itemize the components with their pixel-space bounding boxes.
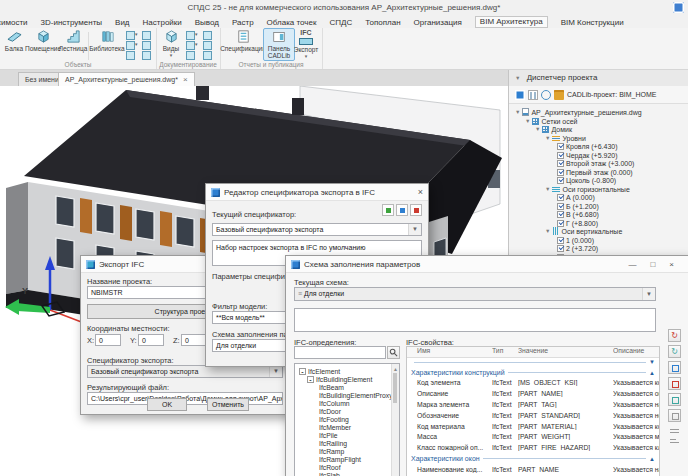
room-button[interactable]: Помещение (27, 29, 59, 52)
z-input[interactable]: 0 (181, 334, 207, 346)
clear-property-button[interactable] (668, 409, 681, 422)
menu-item-vyvod[interactable]: Вывод (195, 18, 219, 27)
mini-tool-button[interactable] (203, 51, 212, 60)
menu-item-organizaciya[interactable]: Организация (414, 18, 462, 27)
editor-dialog-titlebar[interactable]: Редактор спецификатора экспорта в IFC × (206, 184, 428, 201)
tree-node-axis[interactable]: Г (+8.800) (557, 219, 598, 227)
tree-node-level[interactable]: Цоколь (-0.800) (557, 176, 616, 184)
menu-item-point-clouds[interactable]: Облака точек (267, 18, 317, 27)
tree-node-level[interactable]: Первый этаж (0.000) (557, 168, 633, 176)
beam-button[interactable]: Балка (2, 29, 26, 52)
y-input[interactable]: 0 (138, 334, 164, 346)
views-button[interactable]: Виды ▾ (160, 29, 182, 59)
menu-item-bim-constructions[interactable]: BIM Конструкции (561, 18, 624, 27)
group-row-attributes[interactable]: ▼ (411, 359, 655, 365)
tree-node-level[interactable]: Кровля (+6.430) (557, 142, 618, 150)
mini-tool-button[interactable] (126, 31, 135, 40)
tree-node-axis[interactable]: А (0.000) (557, 193, 595, 201)
tree-node-drawing[interactable]: ▼AP_Архитектурные_решения.dwg (515, 108, 642, 116)
col-header-type[interactable]: Тип (492, 347, 518, 357)
checkbox-checked[interactable] (557, 169, 564, 176)
menu-item-zavisimosti[interactable]: Зависимости (0, 18, 28, 27)
menu-item-spds[interactable]: СПДС (329, 18, 352, 27)
tree-node-level[interactable]: Второй этаж (+3.000) (557, 159, 634, 167)
folder-icon[interactable] (554, 90, 564, 100)
checkbox-checked[interactable] (557, 194, 564, 201)
spec-new-button[interactable] (382, 204, 394, 216)
current-specifier-combo[interactable]: Базовый спецификатор экспорта▼ (212, 223, 422, 236)
tree-scrollbar[interactable]: ▲ (391, 364, 399, 476)
mini-tool-button[interactable] (203, 31, 212, 40)
remove-property-button[interactable] (668, 377, 681, 390)
checkbox-checked[interactable] (557, 177, 564, 184)
sort-ascending-icon[interactable] (670, 428, 679, 435)
tree-node-axis[interactable]: Б (+1.200) (557, 202, 599, 210)
property-row[interactable]: ОписаниеIfcText[PART_NAME]Указывается оп… (407, 390, 660, 397)
mini-tool-button[interactable] (142, 41, 151, 50)
spec-save-button[interactable] (396, 204, 408, 216)
menu-item-topoplan[interactable]: Топоплан (365, 18, 400, 27)
close-icon[interactable]: × (669, 260, 674, 269)
property-row[interactable]: Марка элементаIfcText[PART_TAG]Указывает… (407, 401, 660, 408)
checkbox-checked[interactable] (557, 220, 564, 227)
project-manager-header[interactable]: ▼ Диспетчер проекта (509, 70, 688, 87)
export-ifc-button[interactable]: IFC Экспорт ▾ (293, 29, 319, 60)
col-header-name[interactable]: Имя (407, 347, 492, 357)
ifc-definitions-search-input[interactable] (294, 346, 386, 359)
mini-tool-button[interactable] (186, 51, 195, 60)
col-header-desc[interactable]: Описание (613, 347, 660, 357)
sort-descending-icon[interactable] (670, 438, 679, 445)
tree-node-axis[interactable]: В (+6.680) (557, 210, 599, 218)
tree-node-ifc-class[interactable]: IfcSlab (319, 470, 340, 476)
ifc-definitions-tree[interactable]: -IfcElement -IfcBuildingElement IfcBeam … (294, 363, 400, 476)
cancel-button[interactable]: Отменить (207, 398, 249, 411)
menu-item-3d-tools[interactable]: 3D-инструменты (41, 18, 103, 27)
tree-node-level[interactable]: Чердак (+5.920) (557, 151, 618, 159)
ifc-properties-table[interactable]: Имя Тип Значение Описание ▼ Характеристи… (406, 346, 660, 476)
menu-item-vid[interactable]: Вид (115, 18, 129, 27)
menu-item-nastroyki[interactable]: Настройки (143, 18, 182, 27)
spec-delete-button[interactable] (410, 204, 422, 216)
search-icon[interactable] (387, 346, 400, 359)
edit-property-button[interactable] (668, 393, 681, 406)
property-row[interactable]: Код элементаIfcText[MS_OBJECT_KSI]Указыв… (407, 379, 660, 386)
property-row[interactable]: МассаIfcText[PART_WEIGHT]Указывается ма.… (407, 433, 660, 440)
checkbox-checked[interactable] (557, 152, 564, 159)
current-scheme-combo[interactable]: ≡ Для отделки▼ (294, 287, 656, 301)
col-header-value[interactable]: Значение (518, 347, 613, 357)
apply-button[interactable]: ↻ (668, 345, 681, 358)
mini-tool-button[interactable] (186, 31, 195, 40)
tree-node-v-axes[interactable]: ▼Оси вертикальные (545, 227, 622, 235)
mini-tool-button[interactable] (186, 41, 195, 50)
add-property-button[interactable] (668, 361, 681, 374)
mini-tool-button[interactable] (142, 51, 151, 60)
checkbox-checked[interactable] (557, 237, 564, 244)
group-row-windows[interactable]: Характеристики окон▲ (411, 455, 655, 462)
globe-icon[interactable] (541, 90, 551, 100)
group-row-constructions[interactable]: Характеристики конструкций▲ (411, 369, 655, 376)
mini-tool-button[interactable] (126, 51, 135, 60)
property-row[interactable]: Класс пожарной оп...IfcText[PART_FIRE_HA… (407, 444, 660, 451)
refresh-button[interactable]: ↻ (668, 329, 681, 342)
checkbox-checked[interactable] (557, 143, 564, 150)
specifications-button[interactable]: Спецификации (224, 29, 262, 52)
tree-node-grids[interactable]: ▼Сетки осей (525, 117, 578, 125)
mini-tool-button[interactable] (142, 31, 151, 40)
menu-item-bim-architecture[interactable]: BIM Архитектура (475, 16, 548, 28)
tab-close-icon[interactable]: × (183, 75, 188, 84)
cadlib-panel-button[interactable]: Панель CADLib (263, 28, 295, 61)
tree-node-levels[interactable]: ▼Уровни (545, 134, 586, 142)
menu-item-rastr[interactable]: Растр (232, 18, 254, 27)
checkbox-checked[interactable] (557, 203, 564, 210)
ok-button[interactable]: OK (147, 398, 187, 411)
columns-icon[interactable] (528, 90, 538, 100)
minimize-icon[interactable]: — (628, 260, 636, 269)
checkbox-checked[interactable] (557, 245, 564, 252)
library-button[interactable]: Библиотека (91, 29, 123, 52)
tree-node-house[interactable]: ▼Домик (535, 125, 572, 133)
checkbox-checked[interactable] (557, 160, 564, 167)
property-row[interactable]: Код материалаIfcText[PART_MATERIAL]Указы… (407, 423, 660, 430)
document-tab-active[interactable]: AP_Архитектурные_решения.dwg*× (58, 72, 195, 87)
checkbox-checked[interactable] (557, 211, 564, 218)
property-row[interactable]: ОбозначениеIfcText[PART_STANDARD]Указыва… (407, 412, 660, 419)
